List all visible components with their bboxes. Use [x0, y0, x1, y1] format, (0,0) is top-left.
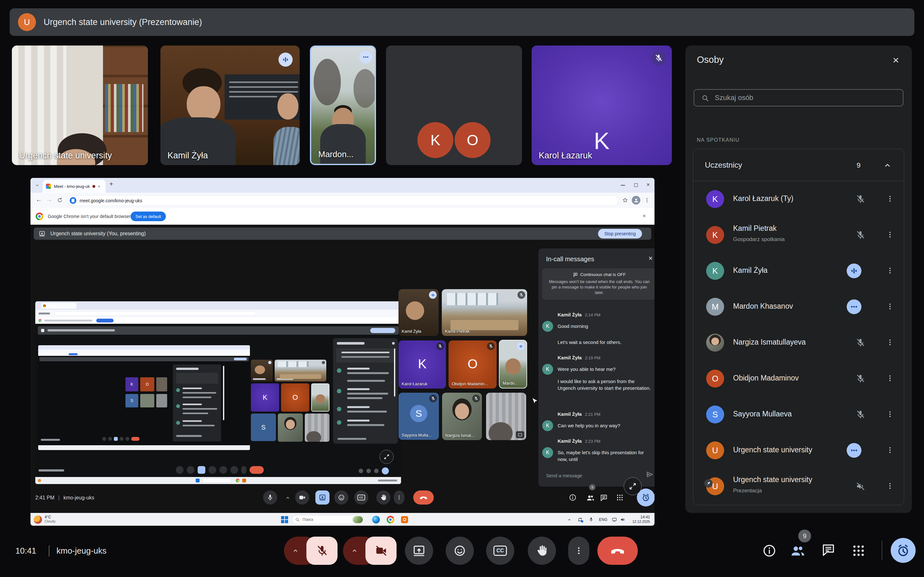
browser-tab: Meet - kmo-jeug-uks × [43, 180, 105, 193]
participant-menu-icon[interactable] [886, 374, 894, 382]
more-activity-icon [846, 443, 861, 458]
meet-favicon-icon [46, 184, 51, 189]
taskbar-date: 12.12.2025 [629, 520, 650, 524]
present-button[interactable] [405, 537, 433, 565]
people-panel: Osoby × NA SPOTKANIU Uczestnicy 9 K Karo… [685, 45, 912, 513]
chat-message-header: Kamil Żyła2:23 PM [557, 438, 600, 444]
people-button[interactable] [790, 543, 805, 558]
more-activity-icon [846, 300, 861, 314]
participant-row: K Kamil Pietrak Gospodarz spotkania [693, 217, 904, 253]
start-button-icon [281, 516, 288, 523]
maximize-icon [634, 183, 638, 187]
tray-mic-icon [589, 517, 594, 522]
more-options-button[interactable] [568, 537, 590, 565]
participant-menu-icon[interactable] [886, 195, 894, 203]
participant-menu-icon[interactable] [886, 446, 894, 454]
participant-menu-icon[interactable] [886, 230, 894, 239]
participant-row: K Karol Łazaruk (Ty) [693, 181, 904, 217]
taskbar-search-placeholder: Поиск [302, 516, 313, 524]
video-tile-mardon[interactable]: Mardon... [310, 45, 376, 165]
speaker-off-icon [856, 482, 865, 491]
search-box[interactable] [694, 89, 903, 106]
info-button[interactable] [762, 544, 776, 558]
collapse-chevron-icon[interactable] [883, 161, 892, 169]
participant-menu-icon[interactable] [886, 302, 894, 311]
mic-off-icon [436, 342, 444, 350]
language-indicator: ENG [599, 517, 607, 522]
participant-menu-icon[interactable] [886, 266, 894, 275]
raise-hand-button[interactable] [528, 537, 556, 565]
video-tile-urgench[interactable]: Urgench state university [12, 45, 148, 165]
more-activity-icon [359, 51, 372, 63]
participants-header[interactable]: Uczestnicy 9 [693, 149, 904, 181]
grid-tile-mardon: Mardo... [499, 340, 527, 388]
stop-presenting-button: Stop presenting [598, 229, 642, 239]
grid-tile-nargiza: Nargiza Ismat... [442, 393, 482, 440]
mini-tile [275, 359, 326, 382]
present-icon [413, 544, 425, 557]
mini-chat-panel [333, 338, 398, 444]
mini-tile [278, 414, 303, 442]
pin-icon [704, 479, 712, 488]
inner-present-button-active [315, 490, 330, 504]
expand-presentation-icon [624, 477, 642, 495]
presented-screen[interactable]: Meet - kmo-jeug-uks × + × ← → meet.googl… [31, 178, 654, 526]
participant-menu-icon[interactable] [886, 338, 894, 347]
mic-off-icon [472, 395, 480, 402]
search-input[interactable] [714, 91, 894, 105]
mic-muted-button[interactable] [306, 537, 338, 565]
chat-input: Send a message [546, 473, 582, 478]
pip-icon [516, 431, 524, 438]
present-icon [39, 230, 45, 237]
group-label: Uczestnicy [705, 161, 742, 169]
meeting-code: kmo-jeug-uks [57, 545, 107, 556]
mic-off-icon [429, 395, 437, 402]
video-tile-others-group[interactable]: K O 4 inne osoby [386, 45, 522, 165]
tile-label: Karol Łazaruk [539, 151, 592, 161]
reactions-button[interactable] [446, 537, 474, 565]
windows-taskbar: 4°C Cloudy Поиск ENG 14:41 12.12.2025 [31, 513, 654, 526]
recursive-screenshot: K O S [35, 301, 401, 484]
mic-off-icon [487, 342, 495, 350]
weather-temp: 4°C [45, 515, 55, 519]
participant-menu-icon[interactable] [886, 410, 894, 418]
inner-people-icon [586, 494, 594, 502]
inner-chat-icon [600, 494, 607, 501]
participant-row: K Kamil Żyła [693, 253, 904, 289]
volume-icon [620, 517, 625, 522]
chat-button[interactable] [821, 542, 835, 556]
cc-icon: CC [493, 546, 507, 556]
inner-meeting-info: 2:41 PM|kmo-jeug-uks [35, 495, 94, 501]
activities-button[interactable] [851, 544, 866, 558]
mouse-cursor-icon [530, 397, 539, 405]
chrome-logo-icon [36, 213, 43, 220]
grid-tile-kamil-zyla: Kamil Żyła [399, 289, 439, 336]
panel-close-icon[interactable]: × [893, 54, 899, 66]
inner-presenting-banner: Urgench state university (You, presentin… [34, 227, 651, 240]
captions-button[interactable]: CC [486, 537, 514, 565]
divider [49, 546, 49, 556]
end-call-button[interactable] [598, 537, 638, 565]
notification-text: Google Chrome isn't your default browser [48, 208, 131, 225]
video-tile-karol[interactable]: K Karol Łazaruk [531, 45, 672, 165]
participant-menu-icon[interactable] [886, 482, 894, 490]
mini-tile [305, 414, 330, 442]
grid-tile-urgench: Urgench... [486, 393, 526, 440]
camera-off-button[interactable] [365, 537, 397, 565]
display-icon [612, 517, 617, 522]
chrome-icon [387, 516, 394, 524]
participant-count: 9 [852, 161, 865, 169]
clock-button[interactable] [891, 538, 916, 563]
participants-card: Uczestnicy 9 K Karol Łazaruk (Ty) K Kami… [693, 149, 904, 505]
recursive-screenshot-deep: K O S [38, 345, 250, 450]
camera-control-group [343, 537, 397, 565]
avatar: U [706, 442, 724, 459]
video-tile-kamil-zyla[interactable]: Kamil Żyła [160, 45, 300, 165]
inner-mic-button [263, 490, 277, 504]
inner-grid-icon [616, 494, 624, 501]
participant-row: U Urgench state university [693, 432, 904, 468]
avatar: K [542, 420, 553, 431]
mic-off-icon [856, 230, 865, 240]
tile-label: Urgench state university [19, 151, 112, 161]
forward-icon: → [46, 196, 52, 203]
